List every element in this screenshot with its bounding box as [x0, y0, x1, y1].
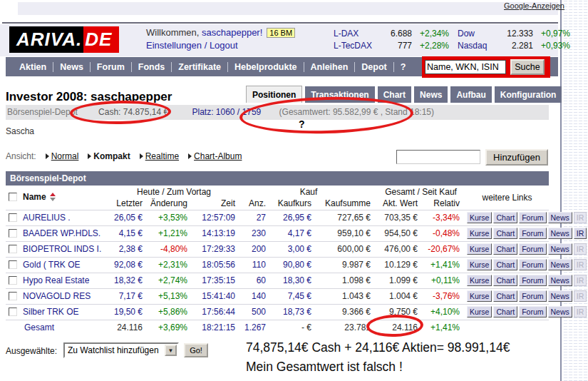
news-button[interactable]: News: [548, 290, 572, 302]
view-link-normal[interactable]: Normal: [46, 151, 79, 161]
view-link-kompakt[interactable]: Kompakt: [88, 151, 130, 161]
quote-ldax-change: +2,34%: [412, 28, 449, 40]
row-checkbox[interactable]: [9, 245, 17, 253]
tab-positionen[interactable]: Positionen: [246, 86, 302, 103]
chart-button[interactable]: Chart: [493, 228, 517, 239]
quote-ldax-value: 6.688: [379, 28, 412, 40]
kurse-button[interactable]: Kurse: [467, 275, 492, 286]
quote-dow-label[interactable]: Dow: [458, 28, 499, 40]
page-title: Investor 2008: saschapepper: [6, 90, 172, 104]
row-checkbox[interactable]: [9, 260, 17, 269]
kurse-button[interactable]: Kurse: [467, 243, 492, 255]
google-ads-link[interactable]: Google-Anzeigen: [504, 1, 564, 10]
table-row: NOVAGOLD RES 7,17 € +5,13% 15:41:40 140 …: [6, 288, 549, 304]
chart-button[interactable]: Chart: [493, 259, 517, 270]
settings-logout-link[interactable]: Einstellungen / Logout: [146, 40, 238, 51]
tab-transaktionen[interactable]: Transaktionen: [305, 86, 374, 103]
sort-asc-icon: [50, 193, 56, 196]
chart-button[interactable]: Chart: [493, 243, 517, 255]
question-mark-annotation: ?: [299, 118, 305, 130]
chart-button[interactable]: Chart: [493, 275, 517, 286]
stock-name-link[interactable]: BIOPETROL INDS I.: [23, 244, 101, 254]
stock-name-link[interactable]: AURELIUS .: [23, 213, 71, 223]
nav-item-forum[interactable]: Forum: [90, 62, 131, 72]
username-link[interactable]: saschapepper!: [202, 27, 262, 38]
news-button[interactable]: News: [548, 259, 572, 270]
bm-badge[interactable]: 16 BM: [267, 28, 295, 38]
page-background-pattern: [562, 0, 588, 381]
stock-name-link[interactable]: NOVAGOLD RES: [23, 291, 91, 301]
total-akt-wert: 24.116: [376, 320, 423, 335]
kurse-button[interactable]: Kurse: [467, 259, 492, 270]
search-input[interactable]: [425, 60, 506, 74]
nav-item-aktien[interactable]: Aktien: [13, 62, 53, 72]
note-line-1: 74,875,14€ Cash + 24,116€ Aktien= 98.991…: [246, 338, 510, 357]
add-position-button[interactable]: Hinzufügen: [485, 149, 548, 166]
sort-control[interactable]: [50, 193, 56, 201]
watchlist-action-select[interactable]: Zu Watchlist hinzufügen ▼: [63, 342, 179, 358]
row-checkbox[interactable]: [9, 229, 17, 238]
dropdown-arrow-icon[interactable]: ▼: [165, 345, 177, 356]
nav-item-anleihen[interactable]: Anleihen: [304, 62, 355, 72]
forum-button[interactable]: Forum: [519, 228, 546, 239]
forum-button[interactable]: Forum: [519, 290, 546, 302]
nav-item-zertifikate[interactable]: Zertifikate: [171, 62, 227, 72]
kurse-button[interactable]: Kurse: [467, 228, 492, 239]
quote-ltecdax-label[interactable]: L-TecDAX: [334, 40, 379, 52]
ariva-logo[interactable]: ARIVA.DE: [9, 26, 119, 53]
tab-chart[interactable]: Chart: [378, 86, 411, 103]
chart-button[interactable]: Chart: [493, 212, 517, 223]
kurse-button[interactable]: Kurse: [467, 290, 492, 302]
table-row: Silber TRK OE 19,50 € +5,86% 17:56:44 50…: [6, 304, 549, 320]
stock-name-link[interactable]: Silber TRK OE: [23, 307, 78, 317]
kurse-button[interactable]: Kurse: [467, 212, 492, 223]
search-button[interactable]: Suche: [510, 59, 545, 75]
row-checkbox[interactable]: [9, 292, 17, 300]
tab-news[interactable]: News: [414, 86, 448, 103]
table-row: BAADER WP.HDLS. 4,15 € +1,21% 14:13:19 2…: [6, 225, 549, 241]
platz-link[interactable]: Platz: 1060 / 1759: [192, 107, 261, 117]
tab-konfiguration[interactable]: Konfiguration: [495, 86, 562, 103]
nav-item-depot[interactable]: Depot: [354, 62, 393, 72]
forum-button[interactable]: Forum: [519, 306, 546, 318]
ir-button: IR: [574, 243, 587, 255]
view-link-realtime[interactable]: Realtime: [140, 151, 179, 161]
news-button[interactable]: News: [548, 275, 572, 286]
ir-button: IR: [574, 259, 587, 270]
nav-item-help[interactable]: ?: [393, 62, 413, 72]
quote-ldax-label[interactable]: L-DAX: [334, 28, 379, 40]
col-header-anz: Anz.: [241, 198, 272, 210]
quote-nasdaq-label[interactable]: Nasdaq: [458, 40, 499, 52]
selected-label: Ausgewählte:: [6, 346, 57, 356]
news-button[interactable]: News: [548, 212, 572, 223]
col-header-zeit: Zeit: [193, 198, 241, 210]
row-checkbox[interactable]: [9, 276, 17, 285]
select-all-checkbox[interactable]: [9, 193, 17, 201]
nav-item-fonds[interactable]: Fonds: [131, 62, 172, 72]
tab-aufbau[interactable]: Aufbau: [450, 86, 491, 103]
row-checkbox[interactable]: [9, 308, 17, 316]
view-link-chart-album[interactable]: Chart-Album: [188, 151, 242, 161]
ir-button[interactable]: IR: [574, 228, 587, 239]
chart-button[interactable]: Chart: [493, 306, 517, 318]
news-button[interactable]: News: [548, 228, 572, 239]
nav-item-news[interactable]: News: [53, 62, 90, 72]
sort-desc-icon: [50, 198, 56, 201]
stock-name-link[interactable]: Gold ( TRK OE: [23, 260, 80, 270]
stock-name-link[interactable]: BAADER WP.HDLS.: [23, 228, 100, 238]
forum-button[interactable]: Forum: [519, 259, 546, 270]
stock-name-link[interactable]: Hypo Real Estate: [23, 275, 89, 285]
forum-button[interactable]: Forum: [519, 275, 546, 286]
forum-button[interactable]: Forum: [519, 212, 546, 223]
kurse-button[interactable]: Kurse: [467, 306, 492, 318]
chart-button[interactable]: Chart: [493, 290, 517, 302]
row-checkbox[interactable]: [9, 213, 17, 222]
go-button[interactable]: Go!: [184, 343, 208, 357]
nav-item-hebelprodukte[interactable]: Hebelprodukte: [227, 62, 304, 72]
news-button[interactable]: News: [548, 243, 572, 255]
forum-button[interactable]: Forum: [519, 243, 546, 255]
quote-nasdaq-change: +0,93%: [533, 40, 570, 52]
add-position-input[interactable]: [396, 150, 480, 164]
news-button[interactable]: News: [548, 306, 572, 318]
quote-ltecdax-change: +2,28%: [412, 40, 449, 52]
